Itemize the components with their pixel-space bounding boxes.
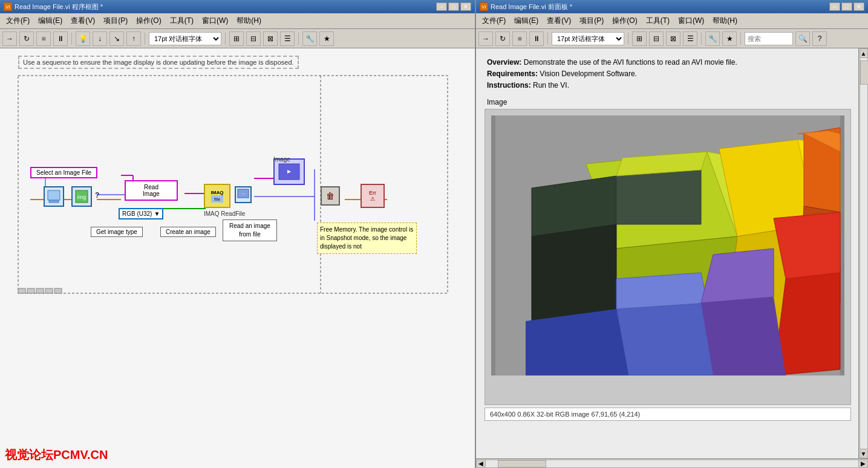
step-into-btn[interactable]: ↘ [109,31,124,46]
run-continuously-btn[interactable]: ↻ [19,31,34,46]
h-scroll-thumb[interactable] [498,460,546,467]
imaq-block[interactable]: IMAQ file [204,184,230,208]
size-btn[interactable]: ⊠ [263,31,278,46]
right-close-button[interactable]: ✕ [853,2,864,11]
menu-operate[interactable]: 操作(O) [132,15,165,27]
image-block-2[interactable]: img [71,186,92,207]
align-btn[interactable]: ⊞ [229,31,244,46]
left-title-buttons: ─ □ ✕ [436,2,471,11]
search-input[interactable] [745,32,793,45]
right-reorder-btn[interactable]: ☰ [683,31,697,46]
free-memory-note: Free Memory. The image control is in Sna… [317,223,417,254]
run-arrow-btn[interactable]: → [2,31,17,46]
read-from-file: Read an image from file [223,219,277,241]
font-selector[interactable]: 17pt 对话框字体 [149,32,221,45]
scroll-right-btn[interactable]: ▶ [858,460,868,468]
minimize-button[interactable]: ─ [436,2,447,11]
close-button[interactable]: ✕ [460,2,471,11]
left-vi-icon: VI [4,2,12,11]
menu-window[interactable]: 窗口(W) [198,15,232,27]
right-distribute-btn[interactable]: ⊟ [649,31,664,46]
right-run-btn[interactable]: → [478,31,493,46]
right-sep2 [628,33,628,45]
menu-file[interactable]: 文件(F) [2,15,33,27]
right-minimize-button[interactable]: ─ [829,2,840,11]
requirements-body: Vision Development Software. [538,70,637,78]
scroll-down-btn[interactable]: ▼ [860,449,868,458]
requirements-label: Requirements: [487,70,538,78]
right-menu-project[interactable]: 项目(P) [576,15,607,27]
scroll-up-btn[interactable]: ▲ [860,48,868,58]
highlight-btn[interactable]: 💡 [76,31,90,46]
right-font-selector[interactable]: 17pt 对话框字体 [552,32,624,45]
bottom-scrollbar: ◀ ▶ [476,458,868,468]
scroll-thumb[interactable] [860,60,869,85]
svg-text:img: img [77,194,86,200]
right-content-area: Overview: Demonstrate the use of the AVI… [476,48,868,458]
right-menu-window[interactable]: 窗口(W) [674,15,708,27]
pause-btn[interactable]: ⏸ [53,31,68,46]
rgb-arrow[interactable]: ▼ [154,210,160,217]
imaq-out-block[interactable]: → [235,186,252,203]
right-menu-view[interactable]: 查看(V) [543,15,575,27]
menu-tools[interactable]: 工具(T) [166,15,197,27]
reorder-btn[interactable]: ☰ [280,31,295,46]
svg-text:→: → [241,192,246,196]
left-title-bar: VI Read Image File.vi 程序框图 * ─ □ ✕ [0,0,475,13]
right-menu-file[interactable]: 文件(F) [478,15,509,27]
svg-rect-28 [48,190,60,200]
right-scrollable-area[interactable]: Overview: Demonstrate the use of the AVI… [476,48,858,458]
right-menu-help[interactable]: 帮助(H) [709,15,741,27]
scroll-left-btn[interactable]: ◀ [476,460,486,468]
right-sep3 [701,33,702,45]
right-menu-operate[interactable]: 操作(O) [609,15,641,27]
menu-project[interactable]: 项目(P) [100,15,131,27]
right-menu-tools[interactable]: 工具(T) [642,15,673,27]
select-file-label: Select an Image File [30,167,97,178]
svg-rect-5 [45,288,53,293]
right-maximize-button[interactable]: □ [841,2,852,11]
right-pause-btn[interactable]: ⏸ [529,31,544,46]
svg-rect-6 [54,288,62,293]
blocks-svg [491,115,844,375]
diagram-area: Use a sequence to ensure the image displ… [0,48,475,468]
main-container: VI Read Image File.vi 程序框图 * ─ □ ✕ 文件(F)… [0,0,868,468]
svg-rect-29 [49,200,59,203]
step-over-btn[interactable]: ↓ [93,31,107,46]
create-image: Create an image [160,227,216,237]
delete-block[interactable]: 🗑 [321,186,340,206]
right-vi-icon: VI [480,2,488,11]
sep1 [71,33,72,45]
wire-canvas [0,48,475,468]
abort-btn[interactable]: ■ [36,31,51,46]
file-dialog-block[interactable] [44,186,64,207]
overview-body: Demonstrate the use of the AVI functions… [521,58,737,67]
right-align-btn[interactable]: ⊞ [632,31,647,46]
right-run-cont-btn[interactable]: ↻ [495,31,510,46]
right-size-btn[interactable]: ⊠ [666,31,680,46]
image-label-diag: Image [273,156,290,163]
help-btn[interactable]: ? [812,31,827,46]
question-mark: ? [95,191,99,200]
menu-edit[interactable]: 编辑(E) [34,15,66,27]
right-title-buttons: ─ □ ✕ [829,2,864,11]
scroll-track [860,58,868,449]
menu-help[interactable]: 帮助(H) [233,15,265,27]
step-out-btn[interactable]: ↑ [126,31,141,46]
rgb-dropdown[interactable]: RGB (U32) ▼ [119,208,163,219]
search-btn[interactable]: 🔍 [795,31,810,46]
overview-label: Overview: [487,58,521,67]
right-menu-edit[interactable]: 编辑(E) [511,15,542,27]
maximize-button[interactable]: □ [448,2,459,11]
right-abort-btn[interactable]: ■ [512,31,527,46]
right-scrollbar[interactable]: ▲ ▼ [858,48,868,458]
right-clean-btn[interactable]: 🔧 [705,31,720,46]
error-block[interactable]: Err⚠ [361,184,385,208]
distribute-btn[interactable]: ⊟ [246,31,261,46]
clean-up-btn[interactable]: 🔧 [302,31,317,46]
menu-view[interactable]: 查看(V) [67,15,99,27]
get-image-type: Get image type [91,227,143,237]
right-toolbar: → ↻ ■ ⏸ 17pt 对话框字体 ⊞ ⊟ ⊠ ☰ 🔧 ★ 🔍 ? [476,29,868,48]
right-extra-btn[interactable]: ★ [722,31,737,46]
extra-btn[interactable]: ★ [319,31,334,46]
